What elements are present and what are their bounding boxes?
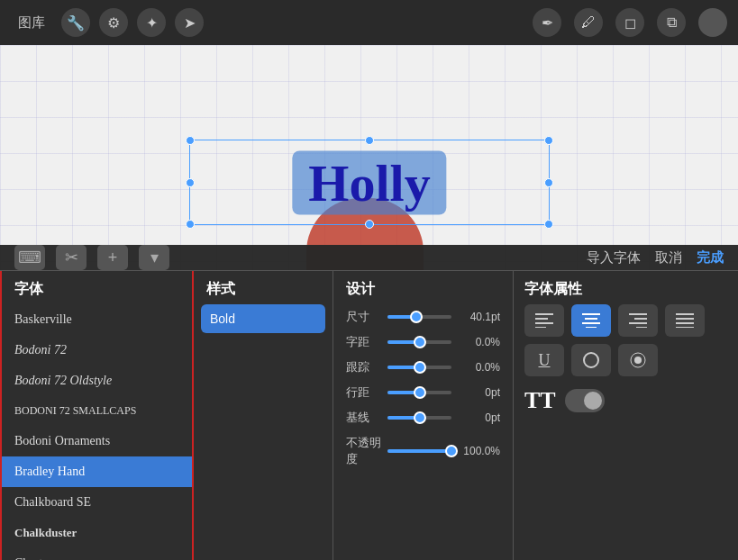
font-item-baskerville[interactable]: Baskerville [2, 304, 192, 335]
wrench-icon[interactable]: 🔧 [61, 8, 90, 37]
handle-mid-left[interactable] [186, 178, 195, 187]
font-item-charter[interactable]: Charter [2, 548, 192, 560]
design-column: 设计 尺寸 40.1pt 字距 0.0% 跟踪 [333, 271, 514, 560]
eraser-icon[interactable]: ◻ [615, 8, 644, 37]
font-item-chalkduster[interactable]: Chalkduster [2, 518, 192, 548]
fonts-header: 字体 [2, 271, 192, 304]
style-row: U [524, 344, 727, 376]
design-header: 设计 [342, 271, 504, 304]
svg-rect-9 [634, 318, 647, 320]
import-font-button[interactable]: 导入字体 [587, 249, 641, 266]
top-bar-left: 图库 🔧 ⚙ ✦ ➤ [11, 8, 204, 37]
kerning-label: 字距 [346, 334, 382, 350]
kerning-slider[interactable] [387, 340, 451, 344]
avatar[interactable] [698, 8, 727, 37]
font-item-bodoni72-sc[interactable]: Bodoni 72 Smallcaps [2, 396, 192, 426]
align-right-button[interactable] [618, 304, 658, 337]
handle-bottom-mid[interactable] [365, 220, 374, 229]
svg-rect-3 [535, 327, 546, 328]
filled-circle-button[interactable] [618, 344, 658, 376]
design-row-size: 尺寸 40.1pt [342, 304, 504, 330]
baseline-label: 基线 [346, 410, 382, 426]
underline-button[interactable]: U [524, 344, 564, 376]
opacity-value: 100.0% [457, 445, 500, 457]
design-row-opacity: 不透明度 100.0% [342, 430, 504, 472]
align-left-button[interactable] [524, 304, 564, 337]
handle-top-mid[interactable] [365, 136, 374, 145]
size-label: 尺寸 [346, 309, 382, 325]
top-bar-right: ✒ 🖊 ◻ ⧉ [533, 8, 727, 37]
add-icon[interactable]: + [97, 245, 128, 270]
dropdown-icon[interactable]: ▾ [139, 245, 169, 270]
align-justify-button[interactable] [665, 304, 705, 337]
design-row-leading: 行距 0pt [342, 380, 504, 405]
bottom-panel: ⌨ ✂ + ▾ 导入字体 取消 完成 字体 Baskerville Bodoni… [0, 245, 738, 560]
svg-point-18 [634, 357, 642, 364]
opacity-slider[interactable] [387, 449, 451, 453]
keyboard-icon[interactable]: ⌨ [14, 245, 45, 270]
style-item-bold[interactable]: Bold [201, 304, 325, 333]
layers-icon[interactable]: ⧉ [657, 8, 686, 37]
size-slider[interactable] [387, 315, 451, 319]
font-item-bodoni72-old[interactable]: Bodoni 72 Oldstyle [2, 366, 192, 396]
svg-rect-15 [676, 327, 694, 328]
gallery-button[interactable]: 图库 [11, 11, 52, 35]
handle-mid-right[interactable] [544, 178, 553, 187]
svg-rect-2 [535, 322, 553, 324]
style-header: 样式 [194, 271, 333, 304]
baseline-slider[interactable] [387, 416, 451, 420]
svg-rect-13 [676, 318, 694, 320]
tracking-slider[interactable] [387, 366, 451, 369]
kerning-value: 0.0% [457, 336, 500, 348]
cancel-button[interactable]: 取消 [655, 249, 682, 266]
svg-rect-12 [676, 313, 694, 315]
tt-toggle[interactable] [565, 389, 605, 412]
font-item-chalkboard-se[interactable]: Chalkboard SE [2, 487, 192, 518]
leading-value: 0pt [457, 386, 500, 399]
fonts-column: 字体 Baskerville Bodoni 72 Bodoni 72 Oldst… [0, 271, 194, 560]
done-button[interactable]: 完成 [697, 249, 724, 266]
svg-rect-7 [586, 327, 597, 328]
handle-bottom-right[interactable] [544, 220, 553, 229]
leading-slider[interactable] [387, 391, 451, 394]
panel-topbar-right: 导入字体 取消 完成 [587, 249, 724, 266]
scissors-icon[interactable]: ✂ [56, 245, 87, 270]
svg-rect-14 [676, 322, 694, 324]
svg-rect-5 [585, 318, 597, 320]
svg-rect-4 [582, 313, 600, 315]
style-column: 样式 Bold [194, 271, 333, 560]
send-icon[interactable]: ➤ [175, 8, 204, 37]
svg-point-16 [584, 353, 598, 367]
handle-bottom-left[interactable] [186, 220, 195, 229]
handle-top-right[interactable] [544, 136, 553, 145]
font-item-bodoni-orn[interactable]: Bodoni Ornaments [2, 426, 192, 456]
pen-icon[interactable]: ✒ [533, 8, 561, 37]
align-center-button[interactable] [571, 304, 611, 337]
sketch-icon[interactable]: ✦ [137, 8, 166, 37]
svg-rect-6 [582, 322, 600, 324]
settings-icon[interactable]: ⚙ [99, 8, 128, 37]
svg-rect-1 [535, 318, 548, 320]
holly-text[interactable]: Holly [292, 150, 446, 214]
font-item-bradley-hand[interactable]: Bradley Hand [2, 456, 192, 487]
panel-topbar: ⌨ ✂ + ▾ 导入字体 取消 完成 [0, 245, 738, 271]
design-row-baseline: 基线 0pt [342, 405, 504, 430]
leading-label: 行距 [346, 384, 382, 401]
tt-label: TT [524, 387, 556, 414]
svg-rect-0 [535, 313, 553, 315]
svg-rect-10 [629, 322, 647, 324]
attrs-header: 字体属性 [524, 271, 727, 304]
font-item-bodoni72[interactable]: Bodoni 72 [2, 335, 192, 366]
marker-icon[interactable]: 🖊 [574, 8, 603, 37]
strikethrough-button[interactable] [571, 344, 611, 376]
design-row-kerning: 字距 0.0% [342, 330, 504, 355]
top-bar: 图库 🔧 ⚙ ✦ ➤ ✒ 🖊 ◻ ⧉ [0, 0, 738, 45]
text-element-container[interactable]: Holly [189, 140, 550, 225]
alignment-row [524, 304, 727, 337]
tracking-label: 跟踪 [346, 359, 382, 375]
panel-topbar-left: ⌨ ✂ + ▾ [14, 245, 169, 270]
design-row-tracking: 跟踪 0.0% [342, 355, 504, 380]
attrs-column: 字体属性 U [514, 271, 738, 560]
handle-top-left[interactable] [186, 136, 195, 145]
opacity-label: 不透明度 [346, 435, 382, 467]
